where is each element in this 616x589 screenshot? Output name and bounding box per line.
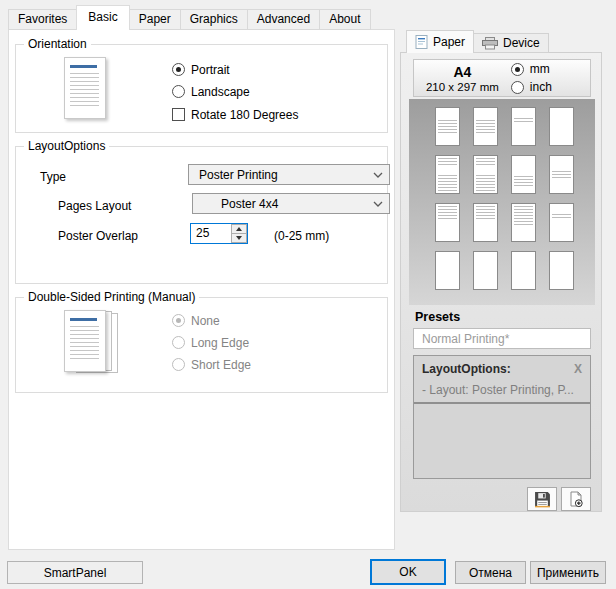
pages-layout-dropdown-value: Poster 4x4 — [193, 197, 367, 211]
pages-layout-label: Pages Layout — [58, 199, 131, 213]
preview-page — [473, 107, 498, 146]
preview-page — [473, 155, 498, 194]
pages-layout-dropdown[interactable]: Poster 4x4 — [192, 193, 390, 214]
layout-options-group: LayoutOptions Type Poster Printing Pages… — [15, 146, 388, 284]
duplex-short-edge-radio — [172, 358, 185, 371]
cancel-button[interactable]: Отмена — [455, 561, 526, 584]
save-preset-button[interactable] — [527, 487, 557, 511]
tab-favorites[interactable]: Favorites — [8, 9, 77, 30]
chevron-down-icon — [367, 201, 389, 207]
ok-button[interactable]: OK — [370, 559, 446, 585]
paper-size-value: A4 — [453, 64, 471, 80]
new-document-plus-icon — [568, 491, 584, 508]
preview-page — [435, 107, 460, 146]
spinner-down-button[interactable] — [231, 233, 247, 243]
duplex-none-radio — [172, 314, 185, 327]
preview-page — [473, 251, 498, 290]
side-tab-paper-label: Paper — [433, 35, 465, 49]
layout-options-group-title: LayoutOptions — [24, 139, 109, 153]
preview-page — [549, 203, 574, 242]
presets-title: Presets — [415, 310, 460, 324]
close-icon[interactable]: X — [574, 362, 582, 376]
unit-inch-label: inch — [530, 80, 552, 94]
preview-page — [549, 107, 574, 146]
type-label: Type — [40, 170, 66, 184]
poster-preview — [409, 99, 595, 305]
poster-overlap-label: Poster Overlap — [58, 229, 138, 243]
preview-page — [473, 203, 498, 242]
preview-page — [549, 155, 574, 194]
floppy-save-icon — [534, 491, 551, 508]
tab-paper[interactable]: Paper — [129, 9, 181, 30]
poster-overlap-spinner[interactable]: 25 — [190, 223, 248, 244]
preview-page — [435, 251, 460, 290]
side-tab-bar: Paper Device — [406, 30, 548, 53]
preset-summary-title: LayoutOptions: — [422, 362, 511, 376]
preset-name-input[interactable] — [413, 328, 591, 349]
double-sided-group: Double-Sided Printing (Manual) None Long… — [15, 297, 388, 393]
preset-summary-item: - Layout: Poster Printing, P... — [414, 376, 590, 404]
preview-page — [511, 107, 536, 146]
side-tab-device-label: Device — [503, 36, 540, 50]
main-tab-bar: Favorites Basic Paper Graphics Advanced … — [8, 5, 370, 30]
chevron-down-icon — [367, 172, 389, 178]
duplex-long-edge-radio — [172, 336, 185, 349]
unit-inch-radio[interactable] — [511, 81, 524, 94]
preview-page — [511, 251, 536, 290]
smartpanel-button[interactable]: SmartPanel — [7, 561, 143, 584]
type-dropdown[interactable]: Poster Printing — [188, 164, 390, 185]
preview-page — [549, 251, 574, 290]
orientation-group-title: Orientation — [24, 37, 91, 51]
unit-mm-label: mm — [530, 62, 550, 76]
rotate-180-checkbox[interactable] — [172, 108, 185, 121]
portrait-radio[interactable] — [172, 63, 185, 76]
unit-mm-radio[interactable] — [511, 63, 524, 76]
orientation-group: Orientation Portrait Landscape Rotate 18… — [15, 44, 388, 133]
duplex-none-label: None — [191, 314, 220, 328]
paper-side-panel: A4 210 x 297 mm mm inch — [400, 52, 602, 512]
preview-page — [435, 155, 460, 194]
landscape-radio[interactable] — [172, 85, 185, 98]
apply-button[interactable]: Применить — [530, 561, 606, 584]
rotate-180-label: Rotate 180 Degrees — [191, 108, 298, 122]
printer-icon — [482, 37, 498, 50]
tab-basic[interactable]: Basic — [76, 5, 129, 30]
double-sided-preview-image — [64, 310, 120, 374]
duplex-short-edge-label: Short Edge — [191, 358, 251, 372]
type-dropdown-value: Poster Printing — [189, 168, 367, 182]
add-preset-button[interactable] — [561, 487, 591, 511]
tab-graphics[interactable]: Graphics — [180, 9, 248, 30]
preview-page — [511, 203, 536, 242]
paper-icon — [415, 35, 428, 49]
side-tab-paper[interactable]: Paper — [406, 30, 474, 53]
paper-dimensions: 210 x 297 mm — [426, 81, 499, 93]
basic-tab-panel: Orientation Portrait Landscape Rotate 18… — [8, 29, 395, 550]
duplex-long-edge-label: Long Edge — [191, 336, 249, 350]
landscape-label: Landscape — [191, 85, 250, 99]
poster-overlap-range-hint: (0-25 mm) — [274, 229, 329, 243]
preset-summary-box: LayoutOptions: X - Layout: Poster Printi… — [413, 355, 591, 479]
tab-about[interactable]: About — [319, 9, 370, 30]
portrait-label: Portrait — [191, 63, 230, 77]
poster-overlap-value: 25 — [191, 224, 231, 243]
preview-page — [511, 155, 536, 194]
paper-size-box: A4 210 x 297 mm mm inch — [413, 59, 591, 97]
tab-advanced[interactable]: Advanced — [247, 9, 320, 30]
double-sided-group-title: Double-Sided Printing (Manual) — [24, 290, 199, 304]
poster-preview-grid — [435, 107, 574, 290]
preview-page — [435, 203, 460, 242]
orientation-preview-image — [64, 57, 106, 119]
side-tab-device[interactable]: Device — [473, 33, 549, 53]
